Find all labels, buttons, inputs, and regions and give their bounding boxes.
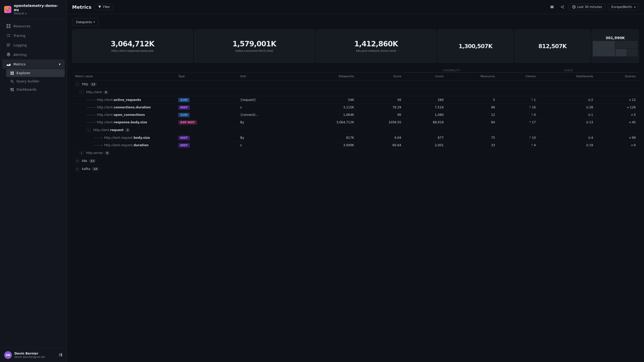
metrics-table: CARDINALITY USAGE Metric name Type Unit … [72,67,639,173]
filter-button[interactable]: Filter [95,4,113,10]
metric-resources-connections-duration: 96 [447,104,498,111]
table-row[interactable]: − http 12 [72,80,639,88]
clock-icon [572,5,576,9]
table-row[interactable]: ——→ http.client.request.duration HIST s … [72,142,639,149]
table-row[interactable]: + k8s 33 [72,157,639,165]
metric-type-response-body-size: EXP HIST [175,119,237,126]
metric-card-1[interactable]: 1,579,001K kafka.consumer.fetch.total [194,29,315,63]
metric-name-request-duration: ——→ http.client.request.duration [72,142,175,149]
th-unit: Unit [237,73,298,80]
page-title: Metrics [72,4,91,10]
terminal-button[interactable] [548,3,556,11]
http-client-request-collapse-icon[interactable]: − [87,128,91,132]
group-http-client-name: http.client [86,90,102,94]
sidebar-item-logging-label: Logging [13,43,27,47]
app-logo: 🚀 [4,6,11,13]
metric-card-4[interactable]: 812,507K [514,29,590,63]
sidebar-item-resources-label: Resources [13,24,30,28]
table-row[interactable]: ——→ http.client.response.body.size EXP H… [72,119,639,126]
metrics-icon [6,62,11,66]
table-row[interactable]: − http.client 6 [72,88,639,96]
group-http-header: − http 12 [75,82,636,86]
metric-dashboards-open-connections: ⊞1 [539,111,596,119]
env-label: Default [14,12,24,15]
th-usage-group: USAGE [498,67,639,73]
svg-rect-7 [12,73,14,75]
svg-line-20 [562,7,563,8]
group-k8s-cell: + k8s 33 [72,157,639,165]
table-row[interactable]: − http.client.request 2 [72,126,639,134]
table-row[interactable]: ——→ http.client.open_connections SUM {co… [72,111,639,119]
svg-rect-13 [11,91,12,91]
group-http-client-request-cell: − http.client.request 2 [72,126,639,134]
datapoints-button[interactable]: Datapoints ▾ [72,18,99,26]
group-http-server-header: + http.server 6 [79,151,636,155]
metric-score-request-body-size: 9.04 [357,134,404,142]
th-metric-name: Metric name [72,73,175,80]
table-row[interactable]: ——→ http.client.request.body.size HIST B… [72,134,639,142]
topbar-right: Last 30 minutes Europe/Berlin ▾ [548,3,639,11]
metric-queries-request-body-size: ≡99 [596,134,639,142]
group-k8s-name: k8s [82,159,87,163]
th-score: Score [357,73,404,80]
metric-datapoints-open-connections: 1,064K [298,111,357,119]
metric-checks-request-duration: ↑4 [498,142,539,149]
sidebar-collapse-icon[interactable] [58,353,63,358]
metric-score-response-body-size: 1058.55 [357,119,404,126]
metric-card-5[interactable]: 301,990K [591,29,639,63]
metric-count-open-connections: 1,080 [404,111,447,119]
http-server-expand-icon[interactable]: + [79,151,83,155]
metric-count-active-requests: 280 [404,96,447,104]
th-cardinality-group: CARDINALITY [404,67,498,73]
group-k8s-count: 33 [89,159,96,163]
svg-rect-1 [9,24,11,26]
logging-icon [6,43,11,47]
table-header-row: Metric name Type Unit Datapoints Score C… [72,73,639,80]
sidebar-header: 🚀 opentelemetry-demo-eu Default ▾ [0,0,67,19]
table-row[interactable]: ——→ http.client.active_requests SUM {req… [72,96,639,104]
resources-icon [6,24,11,28]
sidebar-item-logging[interactable]: Logging [2,40,65,50]
sidebar-item-dashboards[interactable]: Dashboards [6,85,65,93]
metric-queries-connections-duration: ≡126 [596,104,639,111]
k8s-expand-icon[interactable]: + [75,159,79,163]
metric-checks-active-requests: ↑1 [498,96,539,104]
sidebar-item-explorer[interactable]: Explorer [6,69,65,77]
timezone-selector[interactable]: Europe/Berlin ▾ [608,4,639,10]
sidebar-item-query-builder[interactable]: Query builder [6,77,65,85]
env-selector[interactable]: Default ▾ [14,12,63,15]
metric-count-request-body-size: 677 [404,134,447,142]
metric-card-2[interactable]: 1,412,860K k8s.pod.network.errors.total [316,29,437,63]
time-range-selector[interactable]: Last 30 minutes [569,4,605,10]
user-name: Devin Bernier [14,352,45,355]
metric-resources-active-requests: 5 [447,96,498,104]
table-row[interactable]: ——→ http.client.connections.duration HIS… [72,104,639,111]
sidebar-item-alerting[interactable]: Alerting [2,50,65,59]
table-row[interactable]: + kafka 18 [72,165,639,173]
http-collapse-icon[interactable]: − [75,82,79,86]
sidebar-item-tracing[interactable]: Tracing [2,31,65,40]
user-info: Devin Bernier devin.bernier@uxi.de [14,352,45,359]
group-http-client-count: 6 [103,90,108,94]
sidebar-item-resources[interactable]: Resources [2,21,65,31]
share-button[interactable] [558,3,566,11]
kafka-expand-icon[interactable]: + [75,167,79,171]
metric-card-3[interactable]: 1,300,507K [437,29,513,63]
metric-datapoints-connections-duration: 3,115K [298,104,357,111]
terminal-icon [550,5,554,9]
table-row[interactable]: + http.server 6 [72,149,639,157]
metric-value-1: 1,579,001K [232,40,276,48]
content-area: Datapoints ▾ 3,064,712K http.client.resp… [67,14,644,362]
metric-queries-open-connections: ≡5 [596,111,639,119]
svg-point-8 [11,80,13,82]
metric-card-0[interactable]: 3,064,712K http.client.response.body.siz… [72,29,193,63]
http-client-collapse-icon[interactable]: − [79,90,83,94]
metric-name-1: kafka.consumer.fetch.total [235,49,273,53]
tz-chevron-icon: ▾ [634,6,635,8]
svg-rect-3 [9,26,11,28]
sidebar-item-metrics[interactable]: Metrics ▾ [2,59,65,69]
metric-unit-active-requests: {request} [237,96,298,104]
query-builder-label: Query builder [16,79,39,83]
svg-rect-2 [6,26,8,28]
treemap-cell-1 [615,41,638,48]
